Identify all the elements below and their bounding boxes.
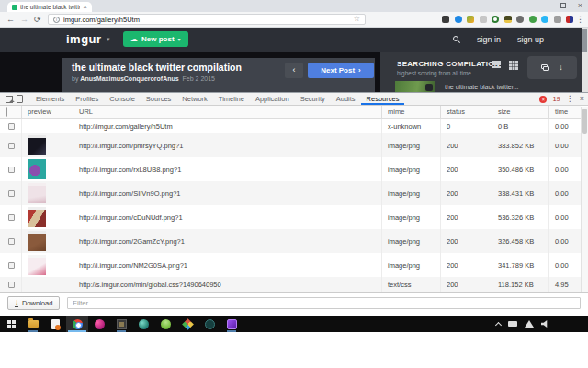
sign-in-link[interactable]: sign in [477, 35, 501, 44]
grid-view-icon[interactable] [509, 61, 512, 63]
bookmark-star-icon[interactable]: ☆ [354, 16, 360, 23]
extension-icon-2[interactable] [455, 16, 462, 23]
chrome-icon[interactable] [66, 316, 88, 332]
download-icon[interactable]: ↓ [559, 63, 563, 72]
extension-icon-3[interactable] [467, 16, 474, 23]
resource-url[interactable]: http://i.imgur.com/rxL8UB8.png?1 [74, 157, 382, 181]
table-row[interactable]: http://i.imgur.com/cDuNUdf.png?1 image/p… [0, 205, 581, 229]
column-url[interactable]: URL [74, 106, 382, 118]
tab-audits[interactable]: Audits [331, 93, 361, 105]
tab-console[interactable]: Console [104, 93, 141, 105]
extension-icon-8[interactable] [529, 16, 537, 23]
download-button[interactable]: ↓ Download [7, 296, 60, 310]
tab-elements[interactable]: Elements [30, 93, 70, 105]
select-all-checkbox[interactable] [6, 107, 7, 117]
sidebar-post-item[interactable]: the ultimate black twitter... [395, 81, 519, 92]
file-explorer-icon[interactable] [22, 316, 44, 332]
imgur-logo[interactable]: imgur [66, 32, 102, 46]
column-size[interactable]: size [492, 106, 549, 118]
page-scrollbar-thumb[interactable] [582, 29, 587, 52]
resource-url[interactable]: http://i.imgur.com/NM2G0SA.png?1 [74, 253, 382, 277]
resource-url[interactable]: http://i.imgur.com/cDuNUdf.png?1 [74, 205, 382, 229]
table-row[interactable]: http://imgur.com/gallery/h5Utm x-unknown… [0, 119, 581, 133]
refresh-icon[interactable]: ⟳ [34, 15, 41, 25]
filter-input[interactable] [67, 297, 581, 309]
error-count[interactable]: 19 [552, 95, 560, 103]
page-info-icon[interactable]: i [53, 17, 60, 23]
wifi-icon[interactable] [525, 320, 534, 328]
taskbar-app-icon-pink[interactable] [88, 316, 110, 332]
search-icon[interactable] [453, 36, 460, 43]
inspect-element-icon[interactable] [6, 96, 13, 103]
tab-profiles[interactable]: Profiles [70, 93, 104, 105]
resource-url[interactable]: http://i.imgur.com/pmrsyYQ.png?1 [74, 133, 382, 157]
tab-application[interactable]: Application [250, 93, 295, 105]
keyboard-icon[interactable] [508, 321, 517, 327]
devtools-scrollbar[interactable] [581, 107, 588, 292]
extension-icon-4[interactable] [480, 16, 487, 23]
resource-url[interactable]: http://s.imgur.com/min/global.css?149064… [74, 277, 382, 292]
table-row[interactable]: http://i.imgur.com/pmrsyYQ.png?1 image/p… [0, 133, 581, 157]
logo-chevron-down-icon[interactable]: ▾ [107, 36, 110, 43]
row-checkbox[interactable] [8, 123, 15, 130]
tab-sources[interactable]: Sources [141, 93, 177, 105]
device-toolbar-icon[interactable] [17, 95, 23, 103]
extension-icon-1[interactable] [442, 16, 449, 23]
devtools-scrollbar-thumb[interactable] [582, 109, 587, 134]
copy-icon[interactable] [541, 64, 549, 71]
start-button[interactable] [0, 316, 22, 332]
page-scrollbar[interactable] [582, 28, 588, 92]
resource-url[interactable]: http://imgur.com/gallery/h5Utm [74, 119, 382, 133]
tab-timeline[interactable]: Timeline [213, 93, 250, 105]
forward-icon[interactable]: → [20, 15, 28, 25]
url-text[interactable]: imgur.com/gallery/h5Utm [63, 16, 350, 24]
tab-security[interactable]: Security [295, 93, 331, 105]
row-checkbox[interactable] [8, 190, 15, 197]
android-studio-icon[interactable] [154, 316, 176, 332]
row-checkbox[interactable] [8, 262, 15, 269]
extension-icon-6[interactable] [504, 16, 512, 23]
extension-icon-10[interactable] [554, 16, 561, 23]
hidden-icons-chevron-icon[interactable] [495, 321, 502, 328]
taskbar-app-icon-darkcircle[interactable] [198, 316, 220, 332]
taskbar-app-icon-purple[interactable] [220, 316, 243, 332]
tab-network[interactable]: Network [176, 93, 213, 105]
volume-icon[interactable] [541, 320, 549, 328]
row-checkbox[interactable] [8, 143, 15, 149]
prev-post-button[interactable]: ‹ [285, 63, 303, 78]
column-status[interactable]: status [441, 106, 492, 118]
row-checkbox[interactable] [8, 167, 15, 173]
browser-tab[interactable]: the ultimate black twitte × [7, 2, 92, 12]
column-preview[interactable]: preview [22, 106, 74, 118]
tab-close-icon[interactable]: × [83, 4, 87, 11]
taskbar-app-icon-diamond[interactable] [176, 316, 198, 332]
sign-up-link[interactable]: sign up [517, 35, 544, 44]
back-icon[interactable]: ← [6, 15, 15, 25]
taskbar-app-icon-darksquare[interactable] [110, 316, 132, 332]
minimize-icon[interactable] [542, 6, 548, 6]
next-post-button[interactable]: Next Post › [308, 63, 374, 78]
resource-url[interactable]: http://i.imgur.com/SIIVn9O.png?1 [74, 181, 382, 205]
row-checkbox[interactable] [8, 282, 15, 288]
row-checkbox[interactable] [8, 238, 15, 245]
taskbar-app-icon-globe[interactable] [132, 316, 154, 332]
extension-icon-7[interactable] [516, 16, 524, 23]
extension-icon-11[interactable] [566, 16, 573, 23]
table-row[interactable]: http://i.imgur.com/SIIVn9O.png?1 image/p… [0, 181, 581, 205]
column-mime[interactable]: mime [382, 106, 441, 118]
table-row[interactable]: http://i.imgur.com/NM2G0SA.png?1 image/p… [0, 253, 581, 277]
table-row[interactable]: http://i.imgur.com/rxL8UB8.png?1 image/p… [0, 157, 581, 181]
document-search-app-icon[interactable] [44, 316, 66, 332]
address-bar[interactable]: i imgur.com/gallery/h5Utm ☆ [48, 14, 366, 25]
maximize-icon[interactable] [560, 3, 566, 8]
row-checkbox[interactable] [8, 214, 15, 221]
column-time[interactable]: time [549, 106, 581, 118]
browser-menu-icon[interactable]: ⋮ [576, 15, 584, 24]
new-post-button[interactable]: ☁ New post ▾ [123, 31, 188, 47]
extension-icon-5[interactable] [492, 16, 499, 23]
window-close-icon[interactable]: × [578, 2, 582, 10]
tab-resources[interactable]: Resources [361, 93, 405, 105]
devtools-menu-icon[interactable]: ⋮ [566, 95, 574, 103]
resource-url[interactable]: http://i.imgur.com/2GamZcY.png?1 [74, 229, 382, 253]
table-row[interactable]: http://i.imgur.com/2GamZcY.png?1 image/p… [0, 229, 581, 253]
